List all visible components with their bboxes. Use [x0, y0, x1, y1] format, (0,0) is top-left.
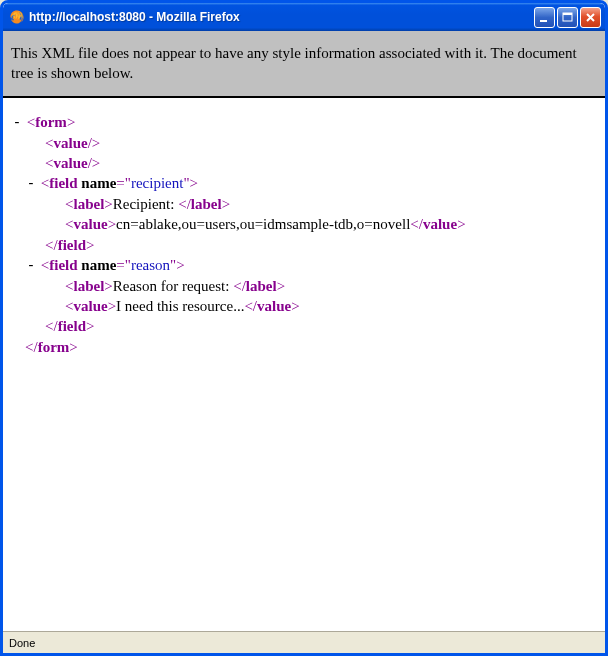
xml-root-close: </form>	[11, 337, 597, 357]
status-text: Done	[9, 637, 599, 649]
titlebar[interactable]: http://localhost:8080 - Mozilla Firefox	[3, 3, 605, 31]
maximize-button[interactable]	[557, 7, 578, 28]
svg-rect-3	[563, 13, 572, 15]
window-controls	[534, 7, 601, 28]
xml-empty-value: <value/>	[11, 153, 597, 173]
close-button[interactable]	[580, 7, 601, 28]
firefox-icon	[9, 9, 25, 25]
xml-label: <label>Reason for request: </label>	[11, 276, 597, 296]
xml-value: <value>I need this resource...</value>	[11, 296, 597, 316]
minimize-button[interactable]	[534, 7, 555, 28]
xml-field-close: </field>	[11, 235, 597, 255]
statusbar: Done	[3, 631, 605, 653]
svg-rect-1	[540, 20, 547, 22]
xml-field-open: - <field name="reason">	[11, 255, 597, 276]
expander-icon[interactable]: -	[25, 257, 37, 276]
expander-icon[interactable]: -	[11, 114, 23, 133]
xml-notice: This XML file does not appear to have an…	[3, 31, 605, 98]
window-title: http://localhost:8080 - Mozilla Firefox	[29, 10, 534, 24]
xml-root-open: - <form>	[11, 112, 597, 133]
xml-field-open: - <field name="recipient">	[11, 173, 597, 194]
xml-empty-value: <value/>	[11, 133, 597, 153]
xml-tree: - <form> <value/> <value/> - <field name…	[3, 98, 605, 632]
xml-field-close: </field>	[11, 316, 597, 336]
browser-window: http://localhost:8080 - Mozilla Firefox …	[0, 0, 608, 656]
expander-icon[interactable]: -	[25, 175, 37, 194]
xml-value: <value>cn=ablake,ou=users,ou=idmsample-t…	[11, 214, 597, 234]
xml-label: <label>Recipient: </label>	[11, 194, 597, 214]
content-area: This XML file does not appear to have an…	[3, 31, 605, 653]
